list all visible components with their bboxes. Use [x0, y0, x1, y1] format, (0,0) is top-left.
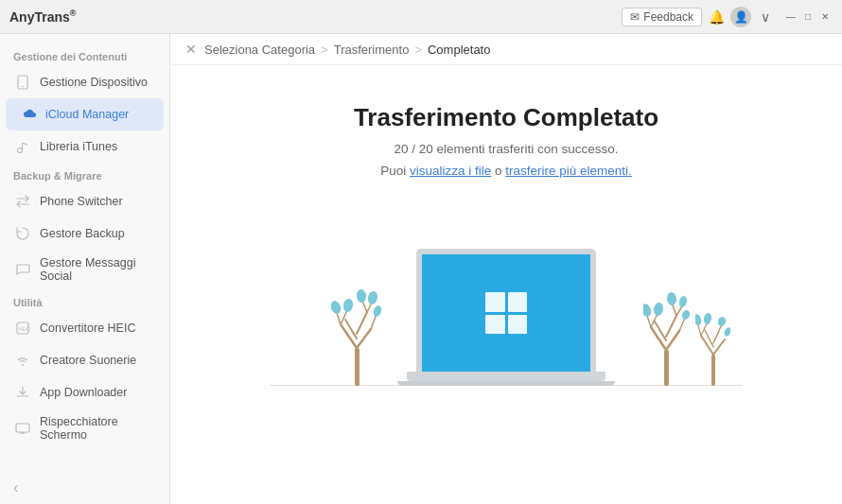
chevron-down-icon[interactable]: ∨	[757, 9, 774, 26]
sidebar-item-label: Gestione Dispositivo	[40, 76, 148, 89]
success-title: Trasferimento Completato	[354, 103, 658, 132]
sidebar-item-libreria-itunes[interactable]: Libreria iTunes	[0, 130, 169, 163]
sidebar-item-rispecchiatore-schermo[interactable]: Rispecchiatore Schermo	[0, 408, 169, 448]
svg-line-45	[713, 324, 722, 343]
sidebar-item-phone-switcher[interactable]: Phone Switcher	[0, 185, 169, 217]
svg-rect-11	[355, 348, 360, 386]
svg-line-43	[713, 339, 725, 355]
svg-point-49	[703, 312, 712, 324]
success-links: Puoi visualizza i file o trasferire più …	[380, 164, 632, 178]
device-icon	[13, 73, 32, 92]
win-pane-tr	[508, 292, 528, 312]
minimize-button[interactable]: —	[783, 9, 798, 25]
links-middle: o	[495, 164, 505, 178]
message-icon	[13, 260, 32, 279]
laptop-screen	[416, 249, 596, 372]
window-controls: — □ ✕	[783, 9, 833, 25]
sidebar-item-label: iCloud Manager	[45, 108, 129, 121]
breadcrumb: ✕ Seleziona Categoria > Trasferimento > …	[170, 34, 842, 65]
laptop-foot	[397, 381, 615, 386]
collapse-icon: ‹	[13, 479, 18, 495]
breadcrumb-item-3: Completato	[428, 43, 490, 57]
sidebar-item-gestione-dispositivo[interactable]: Gestione Dispositivo	[0, 66, 169, 98]
app-body: Gestione dei Contenuti Gestione Disposit…	[0, 34, 842, 504]
svg-line-27	[651, 327, 666, 350]
svg-point-7	[22, 364, 24, 366]
svg-point-38	[666, 292, 676, 306]
title-bar: AnyTrans® ✉ Feedback 🔔 👤 ∨ — □ ✕	[0, 0, 842, 34]
illustration	[270, 216, 743, 405]
sidebar-item-convertitore-heic[interactable]: HEIC Convertitore HEIC	[0, 312, 169, 344]
svg-point-25	[372, 304, 383, 318]
sidebar-item-gestore-backup[interactable]: Gestore Backup	[0, 217, 169, 250]
bell-icon[interactable]: 🔔	[708, 9, 725, 26]
win-pane-bl	[485, 315, 505, 335]
svg-point-22	[342, 298, 354, 313]
feedback-button[interactable]: ✉ Feedback	[622, 8, 702, 26]
windows-logo	[485, 292, 527, 334]
app-title: AnyTrans®	[9, 9, 76, 25]
maximize-button[interactable]: □	[800, 9, 816, 25]
svg-point-1	[22, 86, 24, 88]
right-tree-1	[643, 282, 691, 386]
svg-point-50	[717, 316, 727, 327]
sidebar-item-label: Phone Switcher	[40, 195, 123, 208]
svg-text:HEIC: HEIC	[19, 326, 30, 332]
music-icon	[13, 137, 32, 156]
sidebar-item-label: Gestore Backup	[40, 227, 125, 240]
svg-line-42	[701, 336, 713, 355]
cloud-icon	[19, 105, 38, 124]
sidebar-item-label: Creatore Suonerie	[40, 354, 136, 367]
laptop-base	[407, 372, 605, 381]
sidebar-item-label: Rispecchiatore Schermo	[40, 415, 156, 442]
svg-point-51	[723, 326, 731, 337]
title-bar-left: AnyTrans®	[9, 9, 76, 25]
backup-icon	[13, 224, 32, 243]
svg-point-23	[356, 289, 366, 304]
right-tree-2	[695, 296, 733, 386]
close-button[interactable]: ✕	[817, 9, 833, 25]
sidebar-item-label: App Downloader	[40, 386, 127, 399]
links-prefix: Puoi	[380, 164, 410, 178]
svg-point-37	[653, 302, 664, 317]
svg-line-4	[23, 143, 28, 145]
svg-rect-26	[664, 350, 669, 386]
breadcrumb-item-2: Trasferimento	[334, 43, 410, 57]
svg-line-33	[679, 318, 685, 331]
svg-point-21	[331, 300, 342, 316]
sidebar-item-creatore-suonerie[interactable]: Creatore Suonerie	[0, 344, 169, 376]
section-label-gestione: Gestione dei Contenuti	[0, 43, 169, 66]
ringtone-icon	[13, 351, 32, 370]
breadcrumb-close-button[interactable]: ✕	[185, 42, 197, 57]
feedback-label: Feedback	[643, 10, 693, 24]
sidebar-item-label: Convertitore HEIC	[40, 322, 135, 335]
visualizza-link[interactable]: visualizza i file	[410, 164, 491, 178]
svg-point-48	[695, 313, 703, 326]
sidebar-item-app-downloader[interactable]: App Downloader	[0, 376, 169, 408]
mail-icon: ✉	[630, 10, 640, 24]
sidebar-item-gestore-messaggi[interactable]: Gestore Messaggi Social	[0, 250, 169, 289]
svg-rect-41	[711, 355, 715, 386]
success-subtitle: 20 / 20 elementi trasferiti con successo…	[394, 142, 618, 156]
switch-icon	[13, 192, 32, 211]
svg-rect-8	[16, 424, 29, 432]
sidebar-collapse-button[interactable]: ‹	[0, 472, 169, 504]
section-label-backup: Backup & Migrare	[0, 163, 169, 185]
svg-point-2	[18, 148, 23, 153]
screen-mirror-icon	[13, 419, 32, 438]
sidebar: Gestione dei Contenuti Gestione Disposit…	[0, 34, 170, 504]
svg-line-15	[357, 312, 367, 334]
main-content: Trasferimento Completato 20 / 20 element…	[170, 65, 842, 504]
svg-point-39	[678, 295, 689, 308]
sidebar-item-label: Gestore Messaggi Social	[40, 256, 156, 283]
sidebar-item-icloud-manager[interactable]: iCloud Manager	[6, 98, 164, 130]
svg-point-36	[643, 303, 653, 319]
svg-line-30	[666, 316, 676, 337]
left-tree	[331, 272, 383, 386]
trasferire-link[interactable]: trasferire più elementi.	[505, 164, 632, 178]
breadcrumb-sep-1: >	[321, 43, 328, 57]
win-pane-br	[508, 315, 528, 335]
user-icon[interactable]: 👤	[730, 7, 751, 27]
breadcrumb-sep-2: >	[414, 43, 422, 57]
download-icon	[13, 383, 32, 402]
